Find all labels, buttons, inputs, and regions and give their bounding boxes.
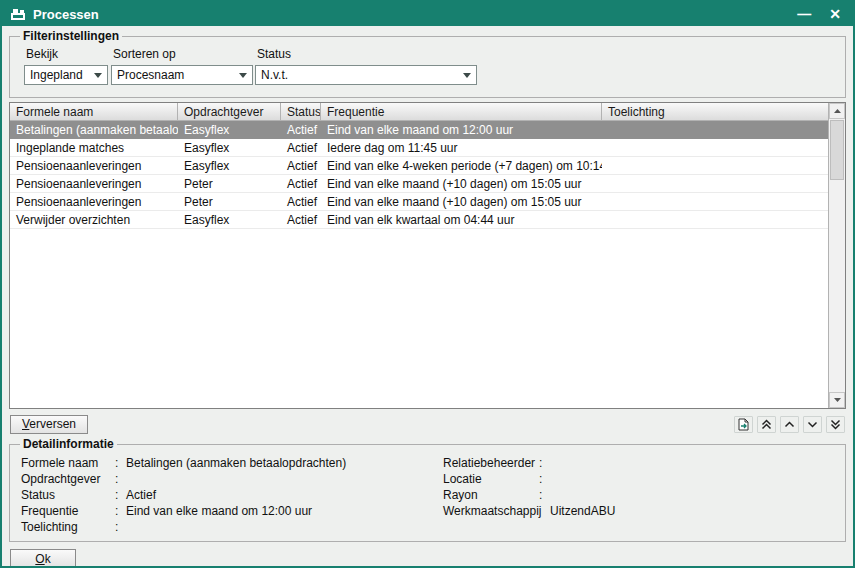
cell-toelichting [602,121,828,138]
minimize-button[interactable]: — [797,7,811,21]
ok-button-label: Ok [35,552,50,566]
scrollbar-down-button[interactable] [829,392,845,408]
export-button[interactable] [734,416,753,433]
status-value: N.v.t. [261,68,288,82]
cell-status: Actief [281,211,321,228]
cell-formele-naam: Pensioenaanleveringen [10,175,178,192]
table-row[interactable]: Pensioenaanleveringen Peter Actief Eind … [10,193,828,211]
details-right-column: Relatiebeheerder : Locatie : Rayon : Wer… [443,455,615,519]
detail-row: Locatie : [443,471,615,487]
filter-status: Status N.v.t. [255,45,477,85]
detail-row: Rayon : [443,487,615,503]
detail-row: Relatiebeheerder : [443,455,615,471]
scroll-to-top-button[interactable] [757,416,776,433]
scroll-up-button[interactable] [780,416,799,433]
status-dropdown[interactable]: N.v.t. [255,65,477,85]
processes-icon [10,7,26,21]
double-chevron-down-icon [830,419,841,430]
detail-value: UitzendABU [550,503,615,519]
table-row[interactable]: Betalingen (aanmaken betaalo... Easyflex… [10,121,828,139]
detail-separator: : [115,519,126,535]
cell-opdrachtgever: Easyflex [178,139,281,156]
ok-button[interactable]: Ok [10,549,76,568]
detail-label: Opdrachtgever [21,471,115,487]
chevron-up-icon [784,419,795,430]
sorteren-label: Sorteren op [113,47,253,61]
processen-window: Processen — ✕ Filterinstellingen Bekijk … [0,0,855,568]
detail-information-legend: Detailinformatie [20,437,117,451]
detail-row: Opdrachtgever : [21,471,346,487]
table-row[interactable]: Pensioenaanleveringen Peter Actief Eind … [10,175,828,193]
scrollbar-thumb[interactable] [830,120,844,180]
detail-separator: : [115,471,126,487]
cell-status: Actief [281,175,321,192]
window-title: Processen [33,7,99,22]
cell-status: Actief [281,139,321,156]
detail-label: Relatiebeheerder [443,455,539,471]
scrollbar-up-button[interactable] [829,103,845,119]
cell-formele-naam: Verwijder overzichten [10,211,178,228]
cell-formele-naam: Betalingen (aanmaken betaalo... [10,121,178,138]
chevron-down-icon [459,67,475,83]
titlebar: Processen — ✕ [2,2,853,26]
process-table: Formele naam Opdrachtgever Status Freque… [9,102,846,409]
detail-value: Actief [126,487,156,503]
column-header-opdrachtgever[interactable]: Opdrachtgever [178,103,281,120]
cell-status: Actief [281,193,321,210]
column-header-frequentie[interactable]: Frequentie [321,103,602,120]
bekijk-dropdown[interactable]: Ingepland [24,65,108,85]
close-button[interactable]: ✕ [829,7,841,21]
scroll-down-button[interactable] [803,416,822,433]
filter-settings-legend: Filterinstellingen [20,29,122,43]
column-header-formele-naam[interactable]: Formele naam [10,103,178,120]
status-label: Status [257,47,477,61]
filter-sorteren: Sorteren op Procesnaam [111,45,253,85]
cell-opdrachtgever: Peter [178,193,281,210]
detail-label: Status [21,487,115,503]
filter-settings-group: Filterinstellingen Bekijk Ingepland Sort… [9,29,846,98]
detail-label: Locatie [443,471,539,487]
detail-label: Toelichting [21,519,115,535]
detail-row: Status : Actief [21,487,346,503]
chevron-down-icon [235,67,251,83]
detail-row: Werkmaatschappij UitzendABU [443,503,615,519]
bekijk-value: Ingepland [30,68,83,82]
table-row[interactable]: Pensioenaanleveringen Easyflex Actief Ei… [10,157,828,175]
column-header-status[interactable]: Status [281,103,321,120]
chevron-down-icon [807,419,818,430]
column-header-toelichting[interactable]: Toelichting [602,103,828,120]
cell-opdrachtgever: Easyflex [178,157,281,174]
cell-frequentie: Eind van elke 4-weken periode (+7 dagen)… [321,157,602,174]
cell-opdrachtgever: Easyflex [178,121,281,138]
detail-label: Werkmaatschappij [443,503,539,519]
scroll-to-bottom-button[interactable] [826,416,845,433]
detail-row: Formele naam : Betalingen (aanmaken beta… [21,455,346,471]
cell-frequentie: Iedere dag om 11:45 uur [321,139,602,156]
chevron-down-icon [90,67,106,83]
triangle-down-icon [834,398,841,402]
table-row[interactable]: Verwijder overzichten Easyflex Actief Ei… [10,211,828,229]
triangle-up-icon [834,109,841,113]
cell-toelichting [602,157,828,174]
details-left-column: Formele naam : Betalingen (aanmaken beta… [21,455,346,535]
sorteren-dropdown[interactable]: Procesnaam [111,65,253,85]
cell-formele-naam: Pensioenaanleveringen [10,157,178,174]
cell-frequentie: Eind van elke maand om 12:00 uur [321,121,602,138]
cell-frequentie: Eind van elke maand (+10 dagen) om 15:05… [321,175,602,192]
detail-row: Toelichting : [21,519,346,535]
refresh-button[interactable]: Verversen [10,415,88,434]
double-chevron-up-icon [761,419,772,430]
detail-separator [539,503,550,519]
detail-row: Frequentie : Eind van elke maand om 12:0… [21,503,346,519]
cell-frequentie: Eind van elke maand (+10 dagen) om 15:05… [321,193,602,210]
vertical-scrollbar[interactable] [828,103,845,408]
detail-label: Rayon [443,487,539,503]
cell-formele-naam: Pensioenaanleveringen [10,193,178,210]
detail-information-group: Detailinformatie Formele naam : Betaling… [9,437,846,542]
detail-separator: : [539,455,550,471]
cell-opdrachtgever: Easyflex [178,211,281,228]
cell-toelichting [602,175,828,192]
detail-label: Frequentie [21,503,115,519]
detail-separator: : [115,487,126,503]
table-row[interactable]: Ingeplande matches Easyflex Actief Ieder… [10,139,828,157]
